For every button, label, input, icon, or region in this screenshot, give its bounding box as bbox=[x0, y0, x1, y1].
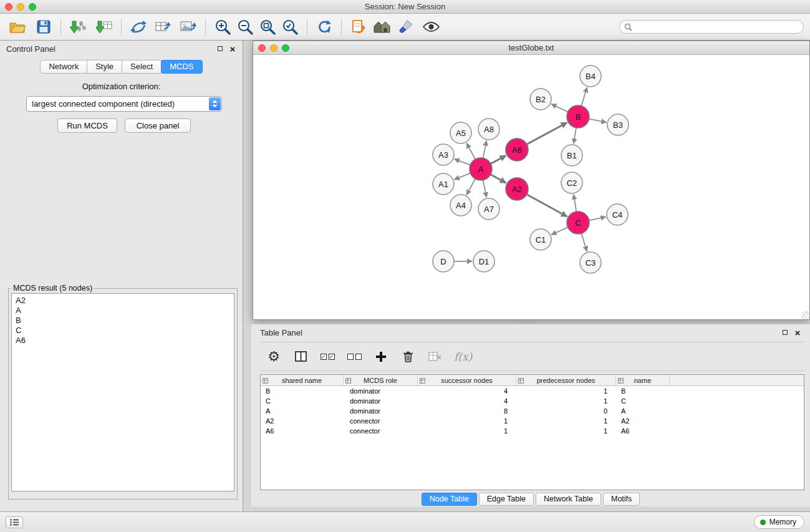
graph-node-B1[interactable]: B1 bbox=[561, 145, 582, 166]
graph-edge-B-B1[interactable] bbox=[574, 128, 576, 143]
new-network-button[interactable] bbox=[127, 16, 150, 38]
graph-edge-B-B2[interactable] bbox=[551, 104, 568, 112]
graph-node-B3[interactable]: B3 bbox=[607, 114, 629, 135]
graph-edge-A-A4[interactable] bbox=[466, 179, 475, 195]
graph-edge-A-A6[interactable] bbox=[491, 155, 506, 163]
export-table-button[interactable] bbox=[152, 16, 175, 38]
graph-edge-A-A8[interactable] bbox=[483, 141, 487, 158]
tab-select[interactable]: Select bbox=[122, 60, 162, 74]
table-row[interactable]: A6connector11A6 bbox=[261, 426, 804, 436]
close-network-window-button[interactable] bbox=[258, 44, 266, 52]
network-canvas[interactable]: B4B2BB3A5A8A6A3B1AC2A1A2A4A7C4CC1DD1C3 bbox=[253, 55, 809, 319]
minimize-window-button[interactable] bbox=[17, 3, 24, 11]
tab-style[interactable]: Style bbox=[87, 60, 122, 74]
column-header-MCDS-role[interactable]: MCDS role bbox=[344, 375, 418, 385]
delete-column-button[interactable] bbox=[400, 347, 415, 366]
import-table-button[interactable] bbox=[93, 16, 115, 38]
close-table-panel-button[interactable]: × bbox=[793, 327, 803, 337]
graph-node-A1[interactable]: A1 bbox=[433, 173, 454, 195]
table-row[interactable]: Cdominator41C bbox=[261, 396, 804, 406]
float-control-panel-button[interactable] bbox=[215, 44, 225, 54]
close-control-panel-button[interactable]: × bbox=[228, 44, 238, 54]
memory-button[interactable]: Memory bbox=[754, 515, 804, 529]
home-button[interactable] bbox=[371, 16, 393, 38]
tab-network-table[interactable]: Network Table bbox=[536, 493, 601, 506]
close-mcds-panel-button[interactable]: Close panel bbox=[125, 118, 191, 133]
graph-node-D1[interactable]: D1 bbox=[473, 251, 494, 272]
apply-layout-button[interactable] bbox=[313, 16, 335, 38]
zoom-network-window-button[interactable] bbox=[282, 44, 289, 52]
zoom-window-button[interactable] bbox=[29, 3, 36, 11]
tab-mcds[interactable]: MCDS bbox=[161, 60, 202, 74]
task-history-button[interactable] bbox=[6, 516, 23, 528]
graph-edge-A-A2[interactable] bbox=[491, 175, 506, 183]
style-brush-button[interactable] bbox=[395, 16, 417, 38]
graph-node-C1[interactable]: C1 bbox=[530, 229, 551, 250]
zoom-selected-button[interactable] bbox=[279, 16, 301, 38]
graph-edge-A-A3[interactable] bbox=[455, 159, 471, 165]
graph-node-C3[interactable]: C3 bbox=[580, 252, 601, 273]
graph-node-B4[interactable]: B4 bbox=[580, 65, 601, 87]
table-settings-button[interactable]: ⚙ bbox=[266, 347, 281, 366]
graph-node-A6[interactable]: A6 bbox=[506, 138, 528, 161]
minimize-network-window-button[interactable] bbox=[270, 44, 277, 52]
tab-network[interactable]: Network bbox=[40, 60, 87, 74]
result-item[interactable]: B bbox=[16, 316, 230, 326]
float-table-panel-button[interactable] bbox=[780, 327, 790, 337]
graph-node-A4[interactable]: A4 bbox=[450, 195, 471, 216]
graph-edge-B-B3[interactable] bbox=[589, 119, 607, 123]
tab-edge-table[interactable]: Edge Table bbox=[479, 493, 534, 506]
delete-table-button[interactable] bbox=[427, 347, 442, 366]
save-session-button[interactable] bbox=[32, 16, 55, 38]
tab-node-table[interactable]: Node Table bbox=[422, 493, 477, 506]
close-window-button[interactable] bbox=[5, 3, 12, 11]
graph-node-B[interactable]: B bbox=[567, 105, 589, 128]
graph-edge-B-B4[interactable] bbox=[581, 87, 587, 106]
function-builder-button[interactable]: f(x) bbox=[454, 351, 472, 363]
search-input[interactable] bbox=[635, 21, 803, 32]
column-header-predecessor-nodes[interactable]: predecessor nodes bbox=[516, 375, 616, 385]
graph-edge-A-A1[interactable] bbox=[455, 173, 471, 180]
column-header-successor-nodes[interactable]: successor nodes bbox=[418, 375, 516, 385]
graph-node-C4[interactable]: C4 bbox=[607, 204, 628, 225]
run-mcds-button[interactable]: Run MCDS bbox=[57, 118, 117, 133]
tab-motifs[interactable]: Motifs bbox=[603, 493, 640, 506]
graph-edge-C-C4[interactable] bbox=[589, 217, 606, 221]
graph-node-A5[interactable]: A5 bbox=[450, 122, 471, 143]
table-row[interactable]: A2connector11A2 bbox=[261, 416, 804, 426]
select-all-columns-button[interactable]: ✓✓ bbox=[320, 347, 335, 366]
zoom-fit-button[interactable] bbox=[256, 16, 279, 38]
graph-edge-C-C1[interactable] bbox=[551, 227, 567, 235]
zoom-in-button[interactable] bbox=[211, 16, 234, 38]
graph-node-A[interactable]: A bbox=[470, 158, 492, 180]
graph-node-A3[interactable]: A3 bbox=[433, 144, 454, 165]
graph-edge-C-C3[interactable] bbox=[581, 233, 587, 251]
zoom-out-button[interactable] bbox=[234, 16, 256, 38]
column-header-name[interactable]: name bbox=[616, 375, 670, 385]
first-neighbors-button[interactable] bbox=[347, 16, 370, 38]
graph-node-C2[interactable]: C2 bbox=[561, 172, 582, 193]
graph-edge-C-C2[interactable] bbox=[574, 195, 576, 211]
table-row[interactable]: Bdominator41B bbox=[261, 386, 804, 396]
import-network-button[interactable] bbox=[67, 16, 89, 38]
graph-edge-A2-C[interactable] bbox=[527, 195, 567, 217]
table-row[interactable]: Adominator80A bbox=[261, 406, 804, 416]
window-resize-handle[interactable] bbox=[801, 311, 809, 319]
graph-edge-A6-B[interactable] bbox=[527, 123, 567, 145]
optimization-select[interactable]: largest connected component (directed) bbox=[26, 96, 222, 112]
graph-node-A7[interactable]: A7 bbox=[478, 198, 499, 220]
open-session-button[interactable] bbox=[6, 16, 29, 38]
result-item[interactable]: A2 bbox=[16, 296, 230, 306]
graph-node-D[interactable]: D bbox=[433, 251, 454, 272]
deselect-all-columns-button[interactable] bbox=[347, 347, 362, 366]
graph-node-A8[interactable]: A8 bbox=[478, 118, 499, 140]
result-item[interactable]: C bbox=[16, 326, 230, 336]
column-header-shared-name[interactable]: shared name bbox=[261, 375, 344, 385]
graph-node-A2[interactable]: A2 bbox=[506, 178, 528, 200]
result-item[interactable]: A6 bbox=[16, 336, 230, 346]
result-item[interactable]: A bbox=[16, 306, 230, 316]
graph-node-C[interactable]: C bbox=[567, 211, 589, 234]
graph-edge-A-A5[interactable] bbox=[466, 143, 475, 160]
create-column-button[interactable] bbox=[374, 347, 388, 366]
export-image-button[interactable] bbox=[177, 16, 200, 38]
